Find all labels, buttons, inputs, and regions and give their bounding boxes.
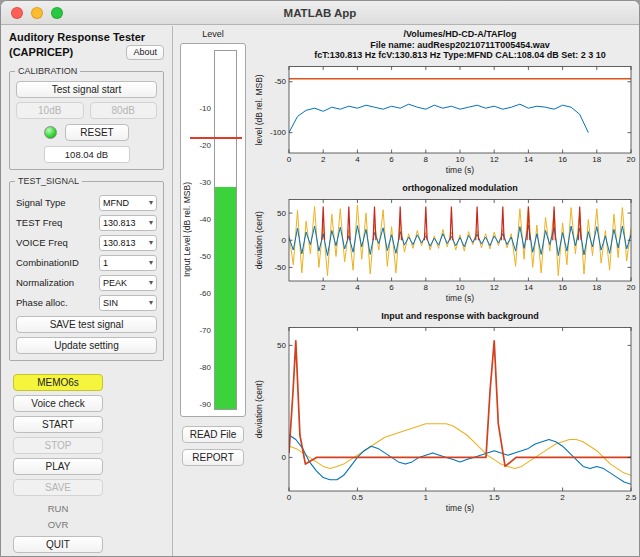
svg-text:2: 2 [321, 155, 326, 164]
chart-svg: 2468101214161820-50050orthogonalized mod… [253, 181, 637, 305]
test-freq-dropdown[interactable]: 130.813 ▾ [99, 215, 157, 231]
meter-tick-label: -10 [183, 104, 211, 113]
cal-level-b-button[interactable]: 80dB [90, 102, 158, 119]
reset-button[interactable]: RESET [65, 124, 129, 141]
svg-text:8: 8 [424, 283, 429, 292]
svg-text:20: 20 [627, 283, 636, 292]
phase-alloc-label: Phase alloc. [16, 297, 68, 308]
svg-text:10: 10 [456, 283, 465, 292]
svg-text:16: 16 [558, 283, 567, 292]
save-test-signal-button[interactable]: SAVE test signal [16, 316, 157, 333]
svg-text:0: 0 [282, 453, 287, 462]
test-signal-start-button[interactable]: Test signal start [16, 81, 157, 98]
meter-tick-label: -30 [183, 178, 211, 187]
svg-text:2: 2 [560, 493, 565, 502]
svg-text:1: 1 [424, 493, 429, 502]
plot-orthogonalized-modulation: 2468101214161820-50050orthogonalized mod… [253, 181, 637, 305]
stop-button[interactable]: STOP [13, 437, 103, 454]
svg-text:50: 50 [277, 341, 286, 350]
svg-text:4: 4 [355, 283, 360, 292]
chart-ylabel: deviation (cent) [254, 380, 264, 438]
voice-freq-value: 130.813 [103, 238, 136, 248]
voice-freq-row: VOICE Freq 130.813 ▾ [16, 234, 157, 251]
signal-type-value: MFND [103, 198, 129, 208]
voice-freq-dropdown[interactable]: 130.813 ▾ [99, 235, 157, 251]
plots-column: 02468101214161820-100-50/Volumes/HD-CD-A… [253, 27, 637, 515]
svg-text:0: 0 [287, 155, 292, 164]
window-title: MATLAB App [1, 1, 639, 25]
normalization-label: Normalization [16, 277, 74, 288]
calibration-level-readout: 108.04 dB [44, 146, 130, 163]
ovr-button[interactable]: OVR [13, 516, 103, 530]
calibration-section-label: CALIBRATION [15, 66, 80, 76]
read-file-button[interactable]: READ File [182, 426, 244, 443]
chart-xlabel: time (s) [446, 165, 475, 175]
quit-button[interactable]: QUIT [13, 536, 103, 553]
signal-type-dropdown[interactable]: MFND ▾ [99, 195, 157, 211]
svg-text:12: 12 [490, 155, 499, 164]
svg-text:20: 20 [627, 155, 636, 164]
svg-text:18: 18 [592, 283, 601, 292]
phase-alloc-value: SIN [103, 298, 118, 308]
signal-type-label: Signal Type [16, 197, 65, 208]
save-button[interactable]: SAVE [13, 479, 103, 496]
svg-text:2.5: 2.5 [625, 493, 637, 502]
chart-title: Input and response with background [381, 311, 539, 321]
chart-xlabel: time (s) [446, 503, 475, 513]
svg-text:2: 2 [321, 283, 326, 292]
svg-text:0: 0 [282, 236, 287, 245]
level-meter-panel: Level Input Level (dB rel. MSB) -10-20-3… [177, 29, 249, 466]
phase-alloc-dropdown[interactable]: SIN ▾ [99, 295, 157, 311]
voice-check-button[interactable]: Voice check [13, 395, 103, 412]
meter-tick-label: -70 [183, 326, 211, 335]
title-bar: MATLAB App [1, 1, 639, 25]
svg-text:12: 12 [490, 283, 499, 292]
svg-text:0.5: 0.5 [352, 493, 364, 502]
level-meter-title: Level [177, 29, 249, 41]
signal-type-row: Signal Type MFND ▾ [16, 194, 157, 211]
start-button[interactable]: START [13, 416, 103, 433]
about-button[interactable]: About [126, 45, 164, 60]
test-freq-label: TEST Freq [16, 217, 62, 228]
chevron-down-icon: ▾ [149, 279, 153, 287]
test-signal-section: TEST_SIGNAL Signal Type MFND ▾ TEST Freq… [9, 181, 164, 361]
app-title-line1: Auditory Response Tester [9, 31, 164, 44]
chart-title: fcT:130.813 Hz fcV:130.813 Hz Type:MFND … [314, 50, 605, 60]
svg-text:4: 4 [355, 155, 360, 164]
svg-text:-100: -100 [270, 128, 287, 137]
svg-text:8: 8 [424, 155, 429, 164]
phase-alloc-row: Phase alloc. SIN ▾ [16, 294, 157, 311]
play-button[interactable]: PLAY [13, 458, 103, 475]
combination-id-value: 1 [103, 258, 108, 268]
app-title-line2: (CAPRICEP) [9, 46, 73, 59]
normalization-value: PEAK [103, 278, 127, 288]
update-setting-button[interactable]: Update setting [16, 337, 157, 354]
chevron-down-icon: ▾ [149, 239, 153, 247]
svg-text:10: 10 [456, 155, 465, 164]
chart-ylabel: level (dB rel. MSB) [254, 74, 264, 145]
report-button[interactable]: REPORT [182, 449, 244, 466]
chart-svg: 02468101214161820-100-50/Volumes/HD-CD-A… [253, 27, 637, 177]
cal-level-a-button[interactable]: 10dB [16, 102, 84, 119]
combination-id-dropdown[interactable]: 1 ▾ [99, 255, 157, 271]
meter-tick-label: -80 [183, 363, 211, 372]
action-button-stack: MEMO6s Voice check START STOP PLAY SAVE … [9, 374, 164, 553]
svg-text:50: 50 [277, 209, 286, 218]
matlab-app-window: MATLAB App Auditory Response Tester (CAP… [0, 0, 640, 557]
chevron-down-icon: ▾ [149, 299, 153, 307]
level-meter-fill [215, 187, 236, 409]
normalization-row: Normalization PEAK ▾ [16, 274, 157, 291]
memo6s-button[interactable]: MEMO6s [13, 374, 103, 391]
chevron-down-icon: ▾ [149, 199, 153, 207]
chart-xlabel: time (s) [446, 293, 475, 303]
svg-text:-50: -50 [274, 263, 286, 272]
run-button[interactable]: RUN [13, 500, 103, 514]
meter-tick-label: -50 [183, 252, 211, 261]
chart-title: orthogonalized modulation [402, 183, 518, 193]
test-freq-row: TEST Freq 130.813 ▾ [16, 214, 157, 231]
svg-text:6: 6 [389, 283, 394, 292]
calibration-section: CALIBRATION Test signal start 10dB 80dB … [9, 71, 164, 170]
level-meter-track [214, 50, 237, 410]
chevron-down-icon: ▾ [149, 259, 153, 267]
normalization-dropdown[interactable]: PEAK ▾ [99, 275, 157, 291]
